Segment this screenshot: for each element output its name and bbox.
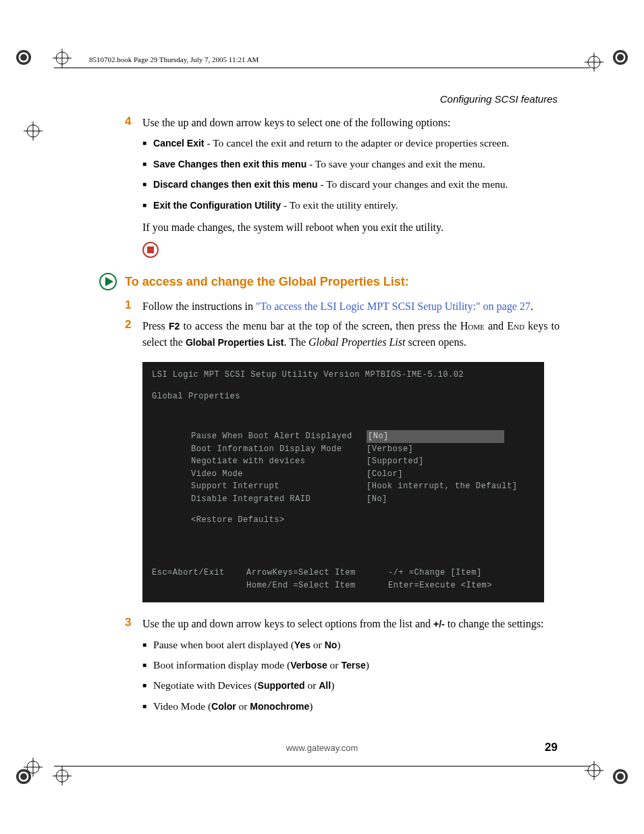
step-number: 4 [125, 115, 142, 128]
step4-bullet-list: Cancel Exit - To cancel the exit and ret… [125, 136, 560, 213]
end-icon [142, 242, 159, 258]
terminal-row: Pause When Boot Alert Displayed[No] [191, 430, 535, 443]
terminal-title: LSI Logic MPT SCSI Setup Utility Version… [152, 369, 535, 382]
registration-mark-icon [585, 761, 603, 780]
step-number: 3 [125, 616, 142, 629]
svg-point-11 [617, 773, 624, 780]
section-heading: Configuring SCSI features [440, 93, 558, 105]
registration-mark-icon [585, 53, 603, 72]
list-item: Negotiate with Devices (Supported or All… [142, 678, 560, 693]
list-item: Pause when boot alert displayed (Yes or … [142, 637, 560, 652]
top-rule [54, 68, 590, 68]
step-1: 1 Follow the instructions in "To access … [125, 298, 560, 314]
step-number: 1 [125, 298, 142, 312]
step-2: 2 Press F2 to access the menu bar at the… [125, 318, 560, 349]
registration-mark-icon [24, 758, 43, 777]
registration-mark-icon [24, 122, 43, 140]
step-text: Use the up and down arrow keys to select… [142, 115, 560, 130]
terminal-highlighted-value: [No] [367, 430, 504, 443]
step4-followup: If you made changes, the system will reb… [142, 219, 560, 235]
registration-mark-icon [53, 49, 72, 68]
step-3: 3 Use the up and down arrow keys to sele… [125, 616, 560, 631]
terminal-row: Negotiate with devices[Supported] [191, 455, 535, 468]
registration-mark-icon [53, 766, 72, 785]
step-text: Follow the instructions in "To access th… [142, 298, 560, 314]
subheading-row: To access and change the Global Properti… [99, 273, 560, 290]
list-item: Discard changes then exit this menu - To… [142, 177, 560, 192]
crop-mark-bottom-right [610, 766, 630, 787]
step-text: Press F2 to access the menu bar at the t… [142, 318, 560, 349]
step-text: Use the up and down arrow keys to select… [142, 616, 560, 631]
subheading: To access and change the Global Properti… [125, 275, 409, 289]
terminal-row: Video Mode[Color] [191, 468, 535, 481]
page-number: 29 [545, 741, 558, 754]
svg-point-5 [617, 54, 624, 61]
list-item: Boot information display mode (Verbose o… [142, 658, 560, 673]
bottom-rule [54, 766, 590, 766]
svg-rect-31 [147, 246, 154, 253]
list-item: Exit the Configuration Utility - To exit… [142, 198, 560, 213]
terminal-row: Boot Information Display Mode[Verbose] [191, 443, 535, 456]
cross-reference-link[interactable]: "To access the LSI Logic MPT SCSI Setup … [256, 301, 531, 312]
list-item: Save Changes then exit this menu - To sa… [142, 157, 560, 172]
terminal-row: Disable Integrated RAID[No] [191, 493, 535, 506]
terminal-section: Global Properties [152, 390, 535, 403]
crop-mark-top-left [14, 47, 34, 68]
step3-bullet-list: Pause when boot alert displayed (Yes or … [125, 637, 560, 714]
svg-point-2 [20, 54, 27, 61]
terminal-screenshot: LSI Logic MPT SCSI Setup Utility Version… [142, 362, 544, 603]
crop-mark-top-right [610, 47, 630, 68]
list-item: Cancel Exit - To cancel the exit and ret… [142, 136, 560, 151]
step-4: 4 Use the up and down arrow keys to sele… [125, 115, 560, 130]
step-number: 2 [125, 318, 142, 332]
terminal-restore-defaults: <Restore Defaults> [191, 514, 535, 527]
play-icon [99, 273, 117, 290]
book-header: 8510702.book Page 29 Thursday, July 7, 2… [89, 55, 259, 63]
terminal-row: Support Interrupt[Hook interrupt, the De… [191, 480, 535, 493]
list-item: Video Mode (Color or Monochrome) [142, 699, 560, 714]
terminal-footer: Esc=Abort/Exit ArrowKeys=Select Item Hom… [152, 567, 535, 592]
svg-marker-33 [105, 277, 113, 286]
